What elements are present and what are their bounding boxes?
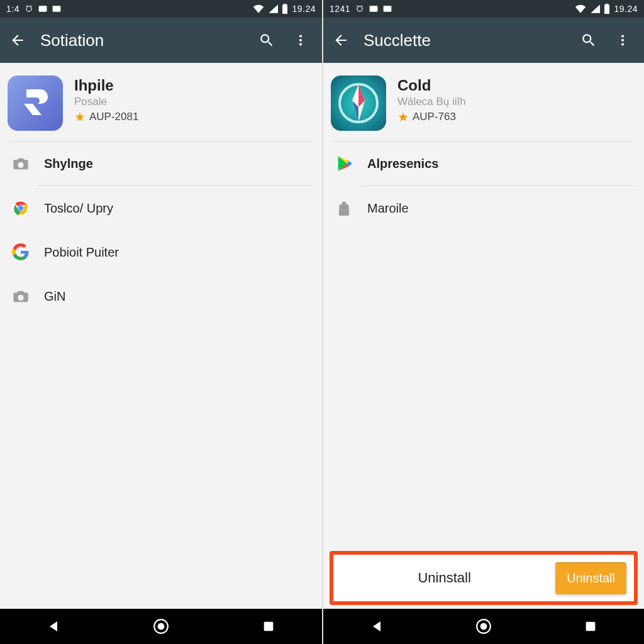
signal-icon [268, 4, 278, 13]
uninstall-bar: Uninstall Uninstall [330, 551, 638, 605]
app-bar: Sotiation [0, 18, 322, 63]
search-button[interactable] [579, 30, 599, 50]
list-item[interactable]: Pobioit Puiter [0, 230, 322, 274]
app-code: AUP-763 [413, 111, 456, 123]
svg-point-2 [299, 35, 302, 38]
battery-icon [604, 4, 610, 14]
svg-point-3 [299, 39, 302, 42]
google-icon [11, 243, 30, 262]
back-button[interactable] [8, 30, 28, 50]
list-item[interactable]: Alpresenics [323, 142, 644, 186]
nav-back-button[interactable] [38, 611, 69, 641]
play-store-icon [335, 154, 353, 173]
svg-rect-22 [586, 622, 596, 631]
nav-recent-button[interactable] [575, 611, 606, 641]
svg-point-15 [621, 35, 624, 38]
app-name: Ihpile [74, 77, 138, 94]
status-time-right: 19.24 [614, 4, 638, 14]
back-button[interactable] [331, 30, 351, 50]
uninstall-label: Uninstall [333, 570, 555, 586]
card2-icon [383, 5, 392, 13]
nav-bar [323, 609, 644, 644]
wifi-icon [575, 4, 586, 13]
battery-icon [282, 4, 288, 14]
list-item-label: Toslco/ Upry [44, 201, 113, 216]
svg-rect-0 [39, 6, 47, 11]
card2-icon [52, 5, 61, 13]
app-subtitle: Wáleca Bų iiîh [397, 96, 466, 108]
status-time-right: 19.24 [292, 4, 316, 14]
nav-bar [0, 609, 322, 644]
svg-rect-13 [370, 6, 378, 11]
nav-home-button[interactable] [146, 611, 176, 641]
phone-left: 1:4 19.24 Sotiation [0, 0, 322, 644]
list-item-label: Pobioit Puiter [44, 245, 119, 260]
svg-point-9 [19, 206, 23, 210]
app-subtitle: Posale [74, 96, 138, 108]
app-name: Cold [397, 77, 466, 94]
search-button[interactable] [257, 30, 277, 50]
app-icon [331, 75, 386, 131]
svg-rect-14 [384, 6, 392, 11]
svg-point-17 [621, 43, 624, 45]
app-icon [8, 75, 63, 131]
app-header[interactable]: Ihpile Posale ★ AUP-2081 [0, 63, 322, 141]
phone-right: 1241 19.24 Succlette [322, 0, 644, 644]
list-item[interactable]: Shylnge [0, 142, 322, 186]
list-item[interactable]: Toslco/ Upry [0, 186, 322, 230]
svg-rect-1 [53, 6, 61, 11]
list-item[interactable]: Maroile [323, 186, 644, 230]
camera2-icon [11, 287, 30, 306]
nav-back-button[interactable] [362, 611, 392, 641]
list-item-label: GiN [44, 289, 65, 304]
list-item-label: Shylnge [44, 157, 93, 171]
content-area: Ihpile Posale ★ AUP-2081 Shylnge [0, 63, 322, 609]
nav-recent-button[interactable] [253, 611, 284, 641]
status-time-left: 1241 [330, 4, 350, 14]
shopping-bag-icon [335, 199, 353, 218]
overflow-button[interactable] [613, 30, 633, 50]
star-icon: ★ [74, 111, 86, 123]
list-item-label: Maroile [367, 201, 409, 216]
svg-point-4 [299, 43, 302, 45]
list-item-label: Alpresenics [367, 157, 438, 171]
status-bar: 1:4 19.24 [0, 0, 322, 18]
page-title: Sotiation [40, 31, 104, 50]
alarm-icon [25, 4, 33, 13]
status-bar: 1241 19.24 [323, 0, 644, 18]
list-item[interactable]: GiN [0, 274, 322, 318]
chrome-icon [11, 199, 30, 218]
status-time-left: 1:4 [6, 4, 19, 14]
star-icon: ★ [397, 111, 409, 123]
svg-point-16 [621, 39, 624, 42]
card-icon [38, 5, 47, 13]
nav-home-button[interactable] [469, 611, 499, 641]
uninstall-button[interactable]: Uninstall [555, 562, 626, 594]
app-bar: Succlette [323, 18, 644, 63]
wifi-icon [253, 4, 264, 13]
camera-icon [11, 154, 30, 173]
page-title: Succlette [364, 31, 431, 50]
app-header[interactable]: Cold Wáleca Bų iiîh ★ AUP-763 [323, 63, 644, 141]
app-code: AUP-2081 [89, 111, 138, 123]
overflow-button[interactable] [291, 30, 311, 50]
content-area: Cold Wáleca Bų iiîh ★ AUP-763 Alpresenic… [323, 63, 644, 609]
signal-icon [590, 4, 600, 13]
svg-rect-5 [8, 75, 63, 131]
svg-point-21 [480, 623, 487, 630]
svg-rect-12 [264, 622, 273, 631]
card-icon [369, 5, 378, 13]
svg-point-11 [158, 623, 165, 630]
alarm-icon [355, 4, 364, 13]
